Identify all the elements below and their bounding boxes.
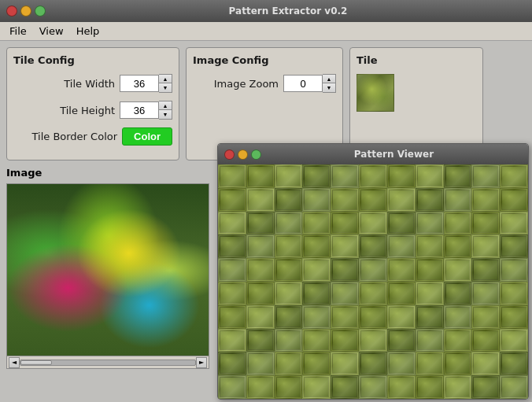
- pattern-cell: [500, 305, 528, 329]
- pattern-cell: [444, 258, 472, 282]
- pattern-cell: [444, 305, 472, 329]
- tile-height-input[interactable]: [120, 101, 159, 119]
- pattern-cell: [302, 212, 331, 235]
- pattern-cell: [302, 329, 331, 352]
- pattern-cell: [387, 164, 416, 188]
- pattern-cell: [246, 188, 275, 212]
- tile-height-row: Tile Height ▲ ▼: [13, 101, 172, 120]
- menu-help[interactable]: Help: [70, 24, 106, 39]
- pattern-cell: [387, 282, 416, 305]
- pattern-cell: [500, 329, 528, 352]
- window-controls: [6, 6, 46, 17]
- pattern-cell: [471, 188, 500, 212]
- pattern-cell: [275, 234, 303, 258]
- menu-view[interactable]: View: [33, 24, 70, 39]
- image-zoom-input[interactable]: [283, 75, 323, 92]
- minimize-button[interactable]: [20, 6, 31, 17]
- pattern-cell: [416, 352, 444, 375]
- close-button[interactable]: [6, 6, 17, 17]
- pattern-viewer-close-button[interactable]: [224, 149, 235, 160]
- pattern-cell: [500, 282, 528, 305]
- tile-height-down-button[interactable]: ▼: [159, 110, 172, 119]
- image-zoom-spin-buttons: ▲ ▼: [323, 74, 336, 93]
- maximize-button[interactable]: [35, 6, 46, 17]
- pattern-grid: [218, 164, 528, 399]
- pattern-cell: [302, 282, 331, 305]
- pattern-cell: [275, 212, 303, 235]
- pattern-cell: [275, 375, 303, 399]
- image-viewer[interactable]: [6, 183, 209, 356]
- pattern-cell: [302, 375, 331, 399]
- image-zoom-label: Image Zoom: [193, 78, 279, 90]
- pattern-cell: [359, 282, 387, 305]
- tile-width-label: Tile Width: [13, 78, 115, 90]
- pattern-cell: [246, 258, 275, 282]
- pattern-cell: [331, 305, 359, 329]
- scroll-left-button[interactable]: ◄: [9, 357, 20, 368]
- scroll-thumb[interactable]: [20, 360, 52, 365]
- pattern-cell: [416, 329, 444, 352]
- pattern-cell: [359, 188, 387, 212]
- image-canvas: [7, 184, 209, 356]
- pattern-viewer-minimize-button[interactable]: [238, 149, 248, 160]
- pattern-cell: [359, 258, 387, 282]
- pattern-cell: [218, 212, 246, 235]
- scroll-right-button[interactable]: ►: [196, 357, 207, 368]
- image-zoom-down-button[interactable]: ▼: [323, 83, 335, 92]
- pattern-cell: [218, 329, 246, 352]
- pattern-cell: [387, 305, 416, 329]
- pattern-cell: [416, 258, 444, 282]
- pattern-cell: [218, 164, 246, 188]
- pattern-cell: [359, 234, 387, 258]
- pattern-cell: [444, 212, 472, 235]
- pattern-cell: [444, 282, 472, 305]
- pattern-cell: [500, 234, 528, 258]
- pattern-cell: [302, 258, 331, 282]
- pattern-cell: [387, 352, 416, 375]
- tile-width-spin-buttons: ▲ ▼: [159, 74, 172, 93]
- tile-config-title: Tile Config: [13, 54, 172, 66]
- pattern-cell: [302, 188, 331, 212]
- pattern-cell: [500, 164, 528, 188]
- menu-file[interactable]: File: [3, 24, 33, 39]
- pattern-cell: [471, 329, 500, 352]
- pattern-cell: [471, 352, 500, 375]
- pattern-cell: [416, 375, 444, 399]
- pattern-cell: [275, 258, 303, 282]
- pattern-cell: [471, 282, 500, 305]
- tile-width-down-button[interactable]: ▼: [159, 83, 172, 92]
- title-bar: Pattern Extractor v0.2: [0, 0, 532, 22]
- pattern-cell: [246, 305, 275, 329]
- tile-width-spinner: ▲ ▼: [120, 74, 172, 93]
- pattern-cell: [275, 352, 303, 375]
- tile-width-up-button[interactable]: ▲: [159, 75, 172, 83]
- menu-bar: File View Help: [0, 22, 532, 41]
- pattern-cell: [302, 305, 331, 329]
- pattern-cell: [218, 305, 246, 329]
- pattern-cell: [246, 164, 275, 188]
- tile-width-input[interactable]: [120, 75, 159, 92]
- pattern-cell: [500, 212, 528, 235]
- pattern-cell: [416, 164, 444, 188]
- tile-height-spinner: ▲ ▼: [120, 101, 172, 120]
- pattern-cell: [471, 258, 500, 282]
- pattern-cell: [331, 375, 359, 399]
- image-zoom-up-button[interactable]: ▲: [323, 75, 335, 83]
- pattern-cell: [331, 329, 359, 352]
- pattern-cell: [444, 375, 472, 399]
- pattern-cell: [331, 164, 359, 188]
- pattern-cell: [331, 352, 359, 375]
- pattern-cell: [218, 375, 246, 399]
- pattern-cell: [444, 188, 472, 212]
- tile-height-up-button[interactable]: ▲: [159, 101, 172, 110]
- pattern-cell: [331, 282, 359, 305]
- color-button[interactable]: Color: [122, 127, 172, 146]
- window-title: Pattern Extractor v0.2: [50, 6, 526, 17]
- pattern-cell: [246, 329, 275, 352]
- pattern-cell: [246, 212, 275, 235]
- pattern-cell: [218, 282, 246, 305]
- pattern-cell: [302, 352, 331, 375]
- pattern-viewer-maximize-button[interactable]: [251, 149, 261, 160]
- scroll-track[interactable]: [20, 360, 196, 366]
- pattern-viewer-content[interactable]: [218, 164, 528, 399]
